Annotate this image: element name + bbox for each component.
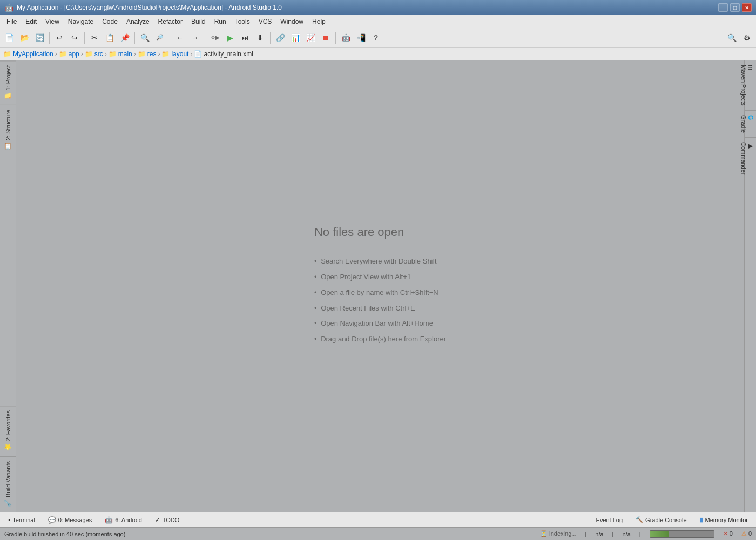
menu-build[interactable]: Build: [187, 17, 210, 26]
new-icon: [5, 33, 14, 42]
copy-icon: [105, 33, 114, 42]
maximize-button[interactable]: □: [730, 3, 740, 12]
avd-icon: [356, 33, 366, 42]
hint-project-view: • Open Project View with Alt+1: [314, 272, 411, 283]
status-bar: Gradle build finished in 40 sec (moments…: [0, 527, 756, 540]
bottom-panel: ▪ Terminal 💬 0: Messages 🤖 6: Android ✓ …: [0, 512, 756, 527]
breadcrumb-main[interactable]: 📁 main: [109, 50, 132, 58]
error-indicator: ✕ 0: [723, 530, 733, 537]
breadcrumb-myapplication[interactable]: 📁 MyApplication: [3, 50, 53, 58]
bottom-tab-android[interactable]: 🤖 6: Android: [99, 514, 148, 526]
cut-button[interactable]: [87, 31, 102, 45]
app-icon: 🤖: [4, 3, 14, 12]
right-sidebar: m Maven Projects G Gradle ▶ Commander: [744, 60, 756, 512]
undo-button[interactable]: [52, 31, 66, 45]
toolbar-right: 🔍 ⚙: [725, 31, 754, 45]
no-files-title: No files are open: [314, 225, 446, 245]
menu-window[interactable]: Window: [276, 17, 308, 26]
breadcrumb-res[interactable]: 📁 res: [138, 50, 157, 58]
back-button[interactable]: [173, 31, 187, 45]
breadcrumb-sep-1: ›: [55, 50, 57, 58]
breadcrumb-layout[interactable]: 📁 layout: [161, 50, 188, 58]
warning-indicator: ⚠ 0: [741, 530, 752, 537]
minimize-button[interactable]: −: [718, 3, 728, 12]
find-replace-button[interactable]: 🔎: [153, 31, 167, 45]
right-tab-gradle[interactable]: G Gradle: [745, 111, 756, 138]
bottom-tab-todo[interactable]: ✓ TODO: [149, 514, 186, 526]
menu-help[interactable]: Help: [308, 17, 330, 26]
redo-button[interactable]: [68, 31, 82, 45]
paste-icon: [120, 33, 130, 42]
bottom-tab-messages[interactable]: 💬 0: Messages: [42, 514, 98, 526]
error-count: 0: [730, 530, 733, 537]
sdk-manager-button[interactable]: [339, 31, 353, 45]
status-separator-3: |: [639, 531, 641, 537]
breadcrumb-src[interactable]: 📁 src: [85, 50, 103, 58]
status-right: ⏳ Indexing... | n/a | n/a | ✕ 0 ⚠ 0: [540, 530, 752, 538]
step-over-button[interactable]: [238, 31, 252, 45]
coverage-button[interactable]: [288, 31, 302, 45]
bottom-tab-terminal[interactable]: ▪ Terminal: [2, 514, 41, 526]
run-button[interactable]: [223, 31, 237, 45]
forward-button[interactable]: [188, 31, 202, 45]
gradle-icon: G: [747, 115, 754, 131]
menu-file[interactable]: File: [2, 17, 21, 26]
menu-vcs[interactable]: VCS: [254, 17, 276, 26]
bottom-tab-gradle-console[interactable]: 🔨 Gradle Console: [630, 514, 692, 525]
na-right: n/a: [622, 531, 630, 537]
find-button[interactable]: [138, 31, 152, 45]
stop-button[interactable]: [319, 31, 333, 45]
sidebar-spacer: [0, 155, 16, 406]
menu-analyze[interactable]: Analyze: [122, 17, 154, 26]
paste-button[interactable]: [118, 31, 132, 45]
find-icon: [140, 33, 150, 42]
toolbar-separator-6: [270, 32, 271, 44]
breadcrumb-sep-5: ›: [158, 50, 160, 58]
menu-edit[interactable]: Edit: [21, 17, 41, 26]
copy-button[interactable]: [103, 31, 117, 45]
settings-button[interactable]: ⚙: [740, 31, 754, 45]
memory-icon: ▮: [700, 516, 703, 523]
right-tab-maven[interactable]: m Maven Projects: [745, 60, 756, 111]
title-bar: 🤖 My Application - [C:\Users\yanglw\Andr…: [0, 0, 756, 15]
project-icon: 📁: [4, 92, 12, 100]
bullet-2: •: [314, 273, 317, 281]
bullet-1: •: [314, 257, 317, 265]
sidebar-tab-build-variants[interactable]: 🔧 Build Variants: [0, 456, 16, 512]
sidebar-tab-structure[interactable]: 📋 2: Structure: [0, 105, 16, 155]
right-tab-commander[interactable]: ▶ Commander: [745, 138, 756, 180]
help-button[interactable]: [369, 31, 383, 45]
step-into-button[interactable]: [253, 31, 267, 45]
bullet-6: •: [314, 335, 317, 343]
menu-run[interactable]: Run: [210, 17, 231, 26]
build-button[interactable]: ⚙▶: [208, 31, 222, 45]
bottom-tab-memory-monitor[interactable]: ▮ Memory Monitor: [694, 514, 754, 525]
window-controls: − □ ✕: [718, 3, 752, 12]
error-icon: ✕: [723, 530, 728, 537]
profile-button[interactable]: [303, 31, 318, 45]
step-over-icon: [241, 33, 249, 42]
bottom-tab-event-log[interactable]: Event Log: [590, 515, 629, 525]
folder-icon-3: 📁: [85, 50, 93, 58]
menu-refactor[interactable]: Refactor: [154, 17, 187, 26]
breadcrumb-app[interactable]: 📁 app: [59, 50, 79, 58]
sync-button[interactable]: [32, 31, 46, 45]
menu-tools[interactable]: Tools: [231, 17, 254, 26]
run-icon: [227, 33, 233, 42]
menu-view[interactable]: View: [41, 17, 64, 26]
breadcrumb-activity-main[interactable]: 📄 activity_main.xml: [194, 50, 253, 58]
open-button[interactable]: [17, 31, 31, 45]
new-file-button[interactable]: [2, 31, 16, 45]
warning-icon: ⚠: [741, 530, 747, 537]
attach-button[interactable]: [273, 31, 287, 45]
close-button[interactable]: ✕: [742, 3, 752, 12]
sidebar-tab-favorites[interactable]: ⭐ 2: Favorites: [0, 406, 16, 456]
sidebar-tab-project[interactable]: 📁 1: Project: [0, 60, 16, 105]
search-everywhere-button[interactable]: 🔍: [725, 31, 739, 45]
menu-navigate[interactable]: Navigate: [64, 17, 98, 26]
menu-bar: File Edit View Navigate Code Analyze Ref…: [0, 15, 756, 28]
avd-manager-button[interactable]: [354, 31, 368, 45]
menu-code[interactable]: Code: [98, 17, 122, 26]
memory-bar: [650, 530, 714, 538]
forward-icon: [191, 33, 199, 42]
